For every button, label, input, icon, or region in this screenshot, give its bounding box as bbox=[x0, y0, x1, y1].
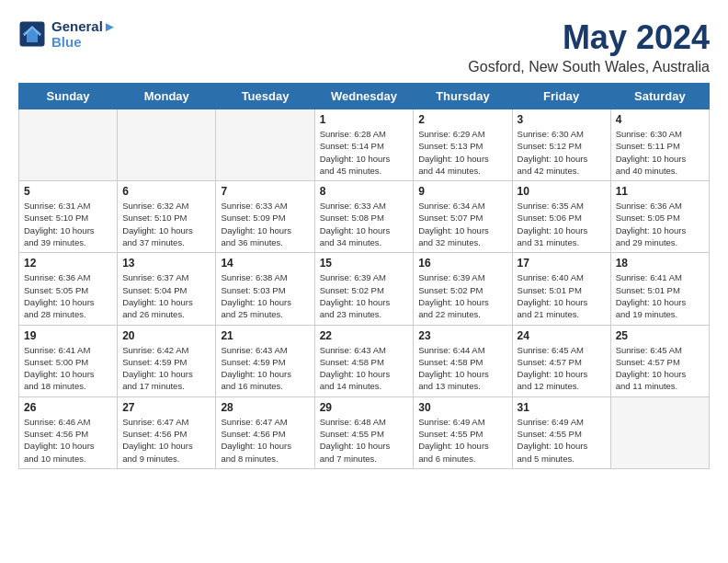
calendar-table: Sunday Monday Tuesday Wednesday Thursday… bbox=[18, 83, 710, 469]
day-info: Sunrise: 6:48 AMSunset: 4:55 PMDaylight:… bbox=[320, 416, 409, 465]
day-number: 6 bbox=[122, 185, 210, 198]
calendar-cell: 5Sunrise: 6:31 AMSunset: 5:10 PMDaylight… bbox=[19, 181, 118, 253]
subtitle: Gosford, New South Wales, Australia bbox=[468, 59, 710, 75]
calendar-cell: 12Sunrise: 6:36 AMSunset: 5:05 PMDayligh… bbox=[19, 253, 118, 325]
calendar-cell: 3Sunrise: 6:30 AMSunset: 5:12 PMDaylight… bbox=[512, 109, 610, 181]
day-number: 28 bbox=[221, 401, 309, 414]
calendar-week-3: 12Sunrise: 6:36 AMSunset: 5:05 PMDayligh… bbox=[19, 253, 710, 325]
day-number: 15 bbox=[320, 257, 409, 270]
calendar-cell: 21Sunrise: 6:43 AMSunset: 4:59 PMDayligh… bbox=[216, 325, 314, 396]
day-info: Sunrise: 6:31 AMSunset: 5:10 PMDaylight:… bbox=[24, 200, 112, 248]
calendar-cell: 1Sunrise: 6:28 AMSunset: 5:14 PMDaylight… bbox=[314, 109, 414, 181]
calendar-cell: 31Sunrise: 6:49 AMSunset: 4:55 PMDayligh… bbox=[512, 396, 610, 468]
calendar-week-2: 5Sunrise: 6:31 AMSunset: 5:10 PMDaylight… bbox=[19, 181, 710, 253]
calendar-cell: 29Sunrise: 6:48 AMSunset: 4:55 PMDayligh… bbox=[314, 396, 414, 468]
calendar-cell: 18Sunrise: 6:41 AMSunset: 5:01 PMDayligh… bbox=[610, 253, 709, 325]
calendar-cell: 17Sunrise: 6:40 AMSunset: 5:01 PMDayligh… bbox=[512, 253, 610, 325]
day-number: 7 bbox=[221, 185, 309, 198]
calendar-cell: 4Sunrise: 6:30 AMSunset: 5:11 PMDaylight… bbox=[610, 109, 709, 181]
calendar-cell: 13Sunrise: 6:37 AMSunset: 5:04 PMDayligh… bbox=[118, 253, 216, 325]
day-number: 31 bbox=[518, 401, 606, 414]
col-saturday: Saturday bbox=[610, 84, 709, 109]
day-info: Sunrise: 6:30 AMSunset: 5:11 PMDaylight:… bbox=[616, 128, 704, 177]
day-number: 23 bbox=[418, 329, 506, 342]
calendar-cell bbox=[19, 109, 118, 181]
logo-icon bbox=[18, 20, 46, 48]
day-number: 16 bbox=[418, 257, 506, 270]
day-info: Sunrise: 6:28 AMSunset: 5:14 PMDaylight:… bbox=[320, 128, 409, 177]
day-number: 19 bbox=[24, 329, 112, 342]
day-info: Sunrise: 6:36 AMSunset: 5:05 PMDaylight:… bbox=[24, 271, 112, 320]
day-number: 13 bbox=[122, 257, 210, 270]
calendar-cell: 15Sunrise: 6:39 AMSunset: 5:02 PMDayligh… bbox=[314, 253, 414, 325]
day-info: Sunrise: 6:40 AMSunset: 5:01 PMDaylight:… bbox=[518, 271, 606, 320]
day-info: Sunrise: 6:42 AMSunset: 4:59 PMDaylight:… bbox=[122, 344, 210, 393]
calendar-cell: 26Sunrise: 6:46 AMSunset: 4:56 PMDayligh… bbox=[19, 396, 118, 468]
col-thursday: Thursday bbox=[414, 84, 512, 109]
day-info: Sunrise: 6:34 AMSunset: 5:07 PMDaylight:… bbox=[418, 200, 506, 248]
calendar-cell: 2Sunrise: 6:29 AMSunset: 5:13 PMDaylight… bbox=[414, 109, 512, 181]
day-info: Sunrise: 6:45 AMSunset: 4:57 PMDaylight:… bbox=[518, 344, 606, 393]
day-info: Sunrise: 6:46 AMSunset: 4:56 PMDaylight:… bbox=[24, 416, 112, 465]
day-info: Sunrise: 6:43 AMSunset: 4:58 PMDaylight:… bbox=[320, 344, 409, 393]
page-container: General► Blue May 2024 Gosford, New Sout… bbox=[18, 18, 710, 469]
calendar-cell: 30Sunrise: 6:49 AMSunset: 4:55 PMDayligh… bbox=[414, 396, 512, 468]
calendar-cell: 22Sunrise: 6:43 AMSunset: 4:58 PMDayligh… bbox=[314, 325, 414, 396]
day-info: Sunrise: 6:30 AMSunset: 5:12 PMDaylight:… bbox=[518, 128, 606, 177]
main-title: May 2024 bbox=[468, 18, 710, 57]
day-info: Sunrise: 6:41 AMSunset: 5:01 PMDaylight:… bbox=[616, 271, 704, 320]
calendar-cell: 25Sunrise: 6:45 AMSunset: 4:57 PMDayligh… bbox=[610, 325, 709, 396]
calendar-cell: 10Sunrise: 6:35 AMSunset: 5:06 PMDayligh… bbox=[512, 181, 610, 253]
day-number: 30 bbox=[418, 401, 506, 414]
day-number: 17 bbox=[518, 257, 606, 270]
day-number: 12 bbox=[24, 257, 112, 270]
col-monday: Monday bbox=[118, 84, 216, 109]
calendar-week-5: 26Sunrise: 6:46 AMSunset: 4:56 PMDayligh… bbox=[19, 396, 710, 468]
day-number: 22 bbox=[320, 329, 409, 342]
col-sunday: Sunday bbox=[19, 84, 118, 109]
calendar-cell bbox=[118, 109, 216, 181]
day-info: Sunrise: 6:29 AMSunset: 5:13 PMDaylight:… bbox=[418, 128, 506, 177]
day-number: 24 bbox=[518, 329, 606, 342]
calendar-cell: 28Sunrise: 6:47 AMSunset: 4:56 PMDayligh… bbox=[216, 396, 314, 468]
calendar-header-row: Sunday Monday Tuesday Wednesday Thursday… bbox=[19, 84, 710, 109]
calendar-cell: 8Sunrise: 6:33 AMSunset: 5:08 PMDaylight… bbox=[314, 181, 414, 253]
calendar-cell: 7Sunrise: 6:33 AMSunset: 5:09 PMDaylight… bbox=[216, 181, 314, 253]
day-number: 26 bbox=[24, 401, 112, 414]
calendar-cell: 14Sunrise: 6:38 AMSunset: 5:03 PMDayligh… bbox=[216, 253, 314, 325]
calendar-cell bbox=[610, 396, 709, 468]
day-number: 5 bbox=[24, 185, 112, 198]
day-number: 14 bbox=[221, 257, 309, 270]
col-tuesday: Tuesday bbox=[216, 84, 314, 109]
day-info: Sunrise: 6:43 AMSunset: 4:59 PMDaylight:… bbox=[221, 344, 309, 393]
header: General► Blue May 2024 Gosford, New Sout… bbox=[18, 18, 710, 75]
logo-text: General► Blue bbox=[51, 18, 117, 50]
day-number: 29 bbox=[320, 401, 409, 414]
day-info: Sunrise: 6:47 AMSunset: 4:56 PMDaylight:… bbox=[122, 416, 210, 465]
col-friday: Friday bbox=[512, 84, 610, 109]
day-number: 11 bbox=[616, 185, 704, 198]
day-number: 4 bbox=[616, 113, 704, 126]
day-info: Sunrise: 6:38 AMSunset: 5:03 PMDaylight:… bbox=[221, 271, 309, 320]
day-info: Sunrise: 6:39 AMSunset: 5:02 PMDaylight:… bbox=[320, 271, 409, 320]
day-number: 2 bbox=[418, 113, 506, 126]
calendar-cell bbox=[216, 109, 314, 181]
calendar-cell: 19Sunrise: 6:41 AMSunset: 5:00 PMDayligh… bbox=[19, 325, 118, 396]
day-info: Sunrise: 6:36 AMSunset: 5:05 PMDaylight:… bbox=[616, 200, 704, 248]
calendar-week-4: 19Sunrise: 6:41 AMSunset: 5:00 PMDayligh… bbox=[19, 325, 710, 396]
day-number: 3 bbox=[518, 113, 606, 126]
calendar-week-1: 1Sunrise: 6:28 AMSunset: 5:14 PMDaylight… bbox=[19, 109, 710, 181]
calendar-cell: 11Sunrise: 6:36 AMSunset: 5:05 PMDayligh… bbox=[610, 181, 709, 253]
day-info: Sunrise: 6:41 AMSunset: 5:00 PMDaylight:… bbox=[24, 344, 112, 393]
day-info: Sunrise: 6:35 AMSunset: 5:06 PMDaylight:… bbox=[518, 200, 606, 248]
logo: General► Blue bbox=[18, 18, 117, 50]
calendar-cell: 16Sunrise: 6:39 AMSunset: 5:02 PMDayligh… bbox=[414, 253, 512, 325]
day-number: 27 bbox=[122, 401, 210, 414]
day-number: 21 bbox=[221, 329, 309, 342]
calendar-cell: 27Sunrise: 6:47 AMSunset: 4:56 PMDayligh… bbox=[118, 396, 216, 468]
day-info: Sunrise: 6:39 AMSunset: 5:02 PMDaylight:… bbox=[418, 271, 506, 320]
day-number: 20 bbox=[122, 329, 210, 342]
calendar-cell: 20Sunrise: 6:42 AMSunset: 4:59 PMDayligh… bbox=[118, 325, 216, 396]
calendar-cell: 24Sunrise: 6:45 AMSunset: 4:57 PMDayligh… bbox=[512, 325, 610, 396]
day-info: Sunrise: 6:33 AMSunset: 5:09 PMDaylight:… bbox=[221, 200, 309, 248]
